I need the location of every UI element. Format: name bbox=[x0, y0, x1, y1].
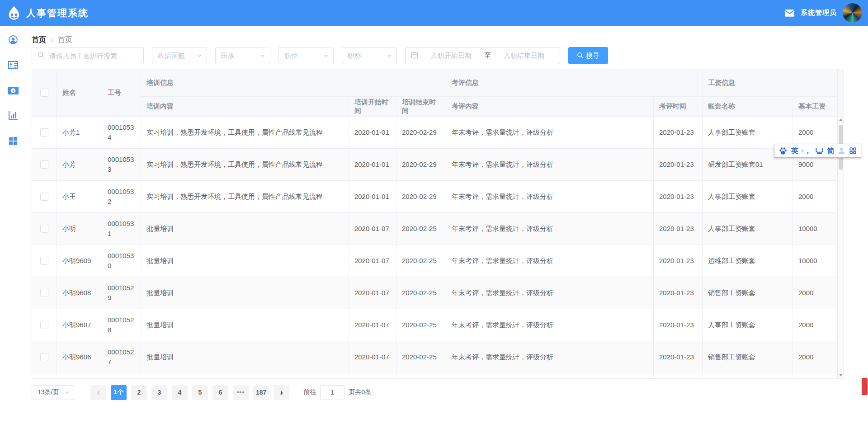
paw-icon[interactable] bbox=[778, 146, 788, 155]
mail-icon[interactable] bbox=[784, 9, 795, 17]
sidebar-item-system grid-icon[interactable] bbox=[8, 136, 19, 146]
cell-review_time: 2020-01-23 bbox=[654, 341, 703, 373]
page-size-select[interactable]: 13条/页 bbox=[32, 385, 74, 400]
hire-start-date-placeholder[interactable]: 入职开始日期 bbox=[421, 52, 481, 60]
cell-training: 批量培训 bbox=[141, 213, 349, 245]
cell-train_start: 2020-01-01 bbox=[349, 117, 396, 149]
cell-base_salary: 2000 bbox=[793, 341, 838, 373]
prev-page-button[interactable]: ‹ bbox=[90, 385, 106, 400]
cell-train_start: 2020-01-07 bbox=[349, 245, 396, 277]
cell-review_time: 2020-01-23 bbox=[654, 149, 703, 181]
scroll-up-arrow-icon[interactable] bbox=[839, 118, 843, 121]
app-title: 人事管理系统 bbox=[26, 7, 89, 19]
row-checkbox-cell bbox=[32, 149, 57, 181]
filter-select-1[interactable]: 民族 bbox=[215, 47, 270, 64]
table-scrollbar-header bbox=[838, 69, 844, 117]
breadcrumb-current: 首页 bbox=[58, 35, 72, 45]
row-checkbox[interactable] bbox=[40, 353, 48, 361]
sidebar-item-records id-card-icon[interactable] bbox=[8, 60, 19, 71]
row-checkbox[interactable] bbox=[40, 160, 48, 169]
sidebar-item-statistics bar-chart-icon[interactable] bbox=[8, 110, 19, 121]
page-button-6[interactable]: 6 bbox=[212, 385, 228, 400]
table-row: 小明960600010527批量培训2020-01-072020-02-25年末… bbox=[32, 341, 838, 373]
page-button-4[interactable]: 4 bbox=[172, 385, 188, 400]
ime-punctuation-toggle[interactable]: ·， bbox=[802, 147, 811, 155]
page-button-1个[interactable]: 1个 bbox=[111, 385, 127, 400]
svg-text:1: 1 bbox=[12, 89, 14, 93]
row-checkbox[interactable] bbox=[40, 128, 48, 137]
col-header-train-start: 培训开始时间 bbox=[349, 97, 396, 117]
cell-account bbox=[703, 373, 793, 378]
cell-id: 00010531 bbox=[102, 213, 141, 245]
cell-train_end: 2020-02-29 bbox=[396, 117, 446, 149]
table-row: 小明00010531批量培训2020-01-072020-02-25年末考评，需… bbox=[32, 213, 838, 245]
breadcrumb-home[interactable]: 首页 bbox=[32, 35, 46, 45]
sidebar-item-salary money-icon[interactable]: 1 bbox=[8, 85, 19, 96]
cell-review_time: 2020-01-23 bbox=[654, 277, 703, 309]
cell-training: 批量培训 bbox=[141, 309, 349, 341]
search-button-label: 搜寻 bbox=[586, 52, 599, 60]
cell-account: 销售部工资账套 bbox=[703, 277, 793, 309]
table-row: 小王00010532实习培训，熟悉开发环境，工具使用，属性产品线常见流程2020… bbox=[32, 181, 838, 213]
cell-train_start bbox=[349, 373, 396, 378]
filter-select-3[interactable]: 职称 bbox=[342, 47, 397, 64]
cell-train_start: 2020-01-07 bbox=[349, 309, 396, 341]
page-button-5[interactable]: 5 bbox=[192, 385, 208, 400]
cell-training: 批量培训 bbox=[141, 341, 349, 373]
filter-select-2[interactable]: 职位 bbox=[278, 47, 334, 64]
row-checkbox[interactable] bbox=[40, 321, 48, 329]
goto-label: 前往 bbox=[303, 388, 316, 396]
page-size-label: 13条/页 bbox=[38, 388, 59, 396]
table-scrollbar bbox=[838, 69, 844, 378]
search-icon bbox=[38, 52, 44, 60]
row-checkbox[interactable] bbox=[40, 289, 48, 297]
select-all-checkbox[interactable] bbox=[40, 89, 48, 97]
squares-icon[interactable] bbox=[849, 147, 857, 155]
table-row: 小明960800010529批量培训2020-01-072020-02-25年末… bbox=[32, 277, 838, 309]
page-button-3[interactable]: 3 bbox=[151, 385, 167, 400]
person-icon[interactable] bbox=[838, 147, 845, 155]
hire-end-date-placeholder[interactable]: 入职结束日期 bbox=[494, 52, 554, 60]
page-button-2[interactable]: 2 bbox=[131, 385, 147, 400]
ime-simplified-toggle[interactable]: 简 bbox=[827, 147, 834, 155]
cell-review: 年末考评，需求量统计，评级分析 bbox=[446, 117, 654, 149]
admin-name[interactable]: 系统管理员 bbox=[801, 9, 837, 17]
next-page-button[interactable]: › bbox=[274, 385, 289, 400]
cell-training: 批量培训 bbox=[141, 277, 349, 309]
cell-review: 年末考评，需求量统计，评级分析 bbox=[446, 149, 654, 181]
employee-table: 姓名 工号 培训信息 考评信息 工资信息 培训内容 培训开始时间 培训结束时间 … bbox=[32, 69, 844, 379]
row-checkbox[interactable] bbox=[40, 193, 48, 201]
app-logo-drop-icon bbox=[6, 5, 22, 21]
cell-name: 小王 bbox=[57, 181, 102, 213]
cell-review_time: 2020-01-23 bbox=[654, 181, 703, 213]
row-checkbox-cell bbox=[32, 373, 57, 378]
tray-icon[interactable] bbox=[815, 147, 824, 155]
goto-page-input[interactable] bbox=[320, 385, 344, 400]
row-checkbox[interactable] bbox=[40, 257, 48, 265]
breadcrumb-separator-icon: › bbox=[51, 36, 53, 45]
ime-english-toggle[interactable]: 英 bbox=[791, 147, 798, 155]
date-range-separator: 至 bbox=[484, 52, 491, 60]
group-header-training: 培训信息 bbox=[141, 69, 446, 97]
cell-train_start: 2020-01-07 bbox=[349, 277, 396, 309]
pagination: 13条/页 ‹ 1个23456•••187 › 前往 页共0条 bbox=[32, 385, 371, 400]
row-checkbox[interactable] bbox=[40, 225, 48, 233]
search-icon bbox=[577, 52, 583, 60]
goto-page: 前往 页共0条 bbox=[303, 385, 371, 400]
sidebar: 1 bbox=[0, 26, 26, 438]
employee-search-input[interactable] bbox=[48, 52, 140, 60]
page-scrollbar-thumb[interactable] bbox=[862, 378, 868, 395]
sidebar-item-employee user-circle-icon[interactable] bbox=[8, 34, 19, 45]
scroll-down-arrow-icon[interactable] bbox=[839, 374, 843, 377]
hire-date-range[interactable]: 入职开始日期 至 入职结束日期 bbox=[405, 47, 560, 64]
cell-id: 00010528 bbox=[102, 309, 141, 341]
page-button-187[interactable]: 187 bbox=[253, 385, 269, 400]
avatar[interactable] bbox=[843, 3, 862, 23]
filter-select-label: 职称 bbox=[348, 52, 361, 60]
search-button[interactable]: 搜寻 bbox=[568, 47, 608, 64]
filter-select-0[interactable]: 政治面貌 bbox=[152, 47, 207, 64]
row-checkbox-cell bbox=[32, 309, 57, 341]
page-button-•••[interactable]: ••• bbox=[233, 385, 249, 400]
chevron-down-icon bbox=[65, 390, 70, 395]
col-header-review-time: 考评时间 bbox=[654, 97, 703, 117]
